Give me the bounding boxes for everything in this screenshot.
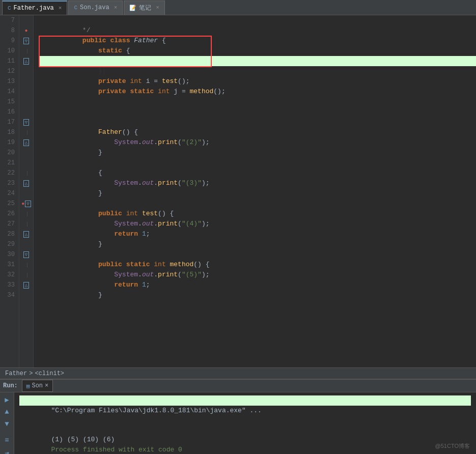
tab-son-close[interactable]: × xyxy=(114,5,118,11)
line-num-26: 26 xyxy=(4,209,15,219)
gutter-20 xyxy=(19,148,33,158)
line-numbers: 7 8 9 10 11 12 13 14 15 16 17 18 19 20 2… xyxy=(0,15,19,367)
code-line-15 xyxy=(39,97,476,107)
father-file-icon: C xyxy=(8,5,11,11)
bottom-tab-bar: Run: ▤ Son × xyxy=(0,380,476,392)
line-num-14: 14 xyxy=(4,87,15,97)
line-num-24: 24 xyxy=(4,188,15,198)
line-num-33: 33 xyxy=(4,280,15,290)
breakpoint-25[interactable]: ● xyxy=(21,201,24,207)
fold-line-27: │ xyxy=(26,222,29,226)
line-num-34: 34 xyxy=(4,290,15,300)
code-line-8: public class Father { xyxy=(39,25,476,36)
gutter-18: │ xyxy=(19,127,33,137)
scroll-up-button[interactable]: ▲ xyxy=(2,407,12,417)
line-num-13: 13 xyxy=(4,76,15,87)
code-line-10: System.out.print("(1)"); xyxy=(39,46,476,56)
code-line-21: { xyxy=(39,158,476,168)
code-line-19: } xyxy=(39,137,476,148)
code-line-32: return 1; xyxy=(39,270,476,280)
fold-line-22: │ xyxy=(26,171,29,176)
code-line-33: } xyxy=(39,280,476,290)
gutter-23: △ xyxy=(19,178,33,188)
line-num-10: 10 xyxy=(4,46,15,56)
tab-notes-label: 笔记 xyxy=(139,4,151,12)
gutter-17: ▽ xyxy=(19,117,33,127)
fold-33[interactable]: △ xyxy=(23,282,29,289)
bottom-tab-son[interactable]: ▤ Son × xyxy=(22,380,53,392)
line-num-9: 9 xyxy=(4,36,15,46)
tab-father[interactable]: C Father.java × xyxy=(2,1,67,15)
code-line-24 xyxy=(39,188,476,198)
bottom-tab-son-close[interactable]: × xyxy=(45,382,48,389)
gutter-10: │ xyxy=(19,46,33,56)
gutter-16 xyxy=(19,107,33,117)
fold-23[interactable]: △ xyxy=(23,180,29,187)
tab-notes-close[interactable]: × xyxy=(156,5,159,11)
breadcrumb: Father > <clinit> xyxy=(0,367,476,379)
breakpoint-8[interactable]: ● xyxy=(24,28,27,34)
line-num-7: 7 xyxy=(4,15,15,25)
code-line-30: public static int method() { xyxy=(39,249,476,260)
fold-25[interactable]: ▽ xyxy=(25,201,31,207)
code-line-17: Father() { xyxy=(39,117,476,127)
line-num-31: 31 xyxy=(4,260,15,270)
console-line-1: "C:\Program Files\Java\jdk1.8.0_181\bin\… xyxy=(19,395,471,406)
gutter-22: │ xyxy=(19,168,33,178)
tab-bar: C Father.java × C Son.java × 📝 笔记 × xyxy=(0,0,476,15)
gutter-29 xyxy=(19,239,33,249)
notes-file-icon: 📝 xyxy=(129,5,136,11)
code-line-25: public int test() { xyxy=(39,198,476,209)
line-num-25: 25 xyxy=(4,198,15,209)
gutter-8: ● xyxy=(19,25,33,36)
gutter-25: ● ▽ xyxy=(19,198,33,209)
gutter-28: △ xyxy=(19,229,33,239)
scroll-down-button[interactable]: ▼ xyxy=(2,419,12,429)
gutter-21 xyxy=(19,158,33,168)
tab-father-label: Father.java xyxy=(14,5,54,12)
run-button[interactable]: ▶ xyxy=(2,394,12,405)
tab-father-close[interactable]: × xyxy=(59,5,62,11)
fold-9[interactable]: ▽ xyxy=(23,38,29,44)
line-num-32: 32 xyxy=(4,270,15,280)
gutter-13 xyxy=(19,76,33,87)
breadcrumb-clinit: <clinit> xyxy=(35,370,64,377)
fold-19[interactable]: △ xyxy=(23,139,29,146)
fold-30[interactable]: ▽ xyxy=(23,251,29,258)
fold-line-32: │ xyxy=(26,273,29,277)
watermark: @51CTO博客 xyxy=(435,442,470,450)
gutter-30: ▽ xyxy=(19,249,33,260)
code-line-14 xyxy=(39,87,476,97)
code-editor[interactable]: */ public class Father { static { System… xyxy=(34,15,476,367)
breadcrumb-sep: > xyxy=(29,370,33,377)
align-right-button[interactable]: ⇥ xyxy=(2,447,12,454)
editor-area: 7 8 9 10 11 12 13 14 15 16 17 18 19 20 2… xyxy=(0,15,476,367)
code-line-26: System.out.print("(4)"); xyxy=(39,209,476,219)
code-line-16 xyxy=(39,107,476,117)
code-line-28: } xyxy=(39,229,476,239)
code-line-12: private int i = test(); xyxy=(39,66,476,76)
line-num-20: 20 xyxy=(4,148,15,158)
code-line-23: } xyxy=(39,178,476,188)
tab-son-label: Son.java xyxy=(80,4,109,11)
gutter-14 xyxy=(19,87,33,97)
align-left-button[interactable]: ≡ xyxy=(2,435,12,445)
gutter-32: │ xyxy=(19,270,33,280)
tab-notes[interactable]: 📝 笔记 × xyxy=(124,1,165,15)
fold-11[interactable]: △ xyxy=(23,58,29,65)
line-num-12: 12 xyxy=(4,66,15,76)
line-num-23: 23 xyxy=(4,178,15,188)
fold-28[interactable]: △ xyxy=(23,231,29,238)
line-num-18: 18 xyxy=(4,127,15,137)
gutter-7 xyxy=(19,15,33,25)
gutter-15 xyxy=(19,97,33,107)
line-num-19: 19 xyxy=(4,137,15,148)
line-num-17: 17 xyxy=(4,117,15,127)
fold-17[interactable]: ▽ xyxy=(23,119,29,126)
tab-son[interactable]: C Son.java × xyxy=(68,1,123,15)
console-output: "C:\Program Files\Java\jdk1.8.0_181\bin\… xyxy=(14,392,476,454)
bottom-content: ▶ ▲ ▼ ≡ ⇥ ⬇ "C:\Program Files\Java\jdk1.… xyxy=(0,392,476,454)
line-num-21: 21 xyxy=(4,158,15,168)
bottom-toolbar: ▶ ▲ ▼ ≡ ⇥ ⬇ xyxy=(0,392,14,454)
gutter-11: △ xyxy=(19,56,33,66)
